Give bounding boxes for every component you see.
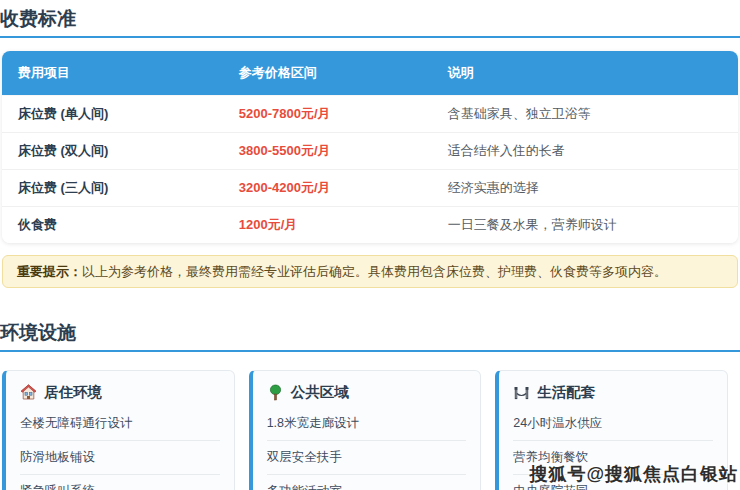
fees-section-divider	[0, 36, 740, 38]
house-icon	[20, 384, 37, 401]
important-notice-label: 重要提示：	[17, 264, 82, 279]
bridge-icon	[513, 384, 530, 401]
fee-price: 5200-7800元/月	[223, 95, 432, 132]
fee-note: 适合结伴入住的长者	[432, 132, 738, 169]
fee-item: 床位费 (双人间)	[2, 132, 223, 169]
facility-card-title-text: 公共区域	[291, 383, 349, 402]
fee-note: 含基础家具、独立卫浴等	[432, 95, 738, 132]
fee-table-row: 伙食费 1200元/月 一日三餐及水果，营养师设计	[2, 206, 738, 243]
fee-table-header-row: 费用项目 参考价格区间 说明	[2, 51, 738, 96]
tree-icon	[267, 384, 284, 401]
fee-item: 床位费 (单人间)	[2, 95, 223, 132]
fee-item: 伙食费	[2, 206, 223, 243]
facility-card-title: 公共区域	[267, 383, 467, 407]
fee-table-header-price: 参考价格区间	[223, 51, 432, 96]
facility-card-title: 生活配套	[513, 383, 713, 407]
facility-card-title-text: 居住环境	[44, 383, 102, 402]
page: 收费标准 费用项目 参考价格区间 说明 床位费 (单人间) 5200-7800元…	[0, 0, 740, 490]
fee-table: 费用项目 参考价格区间 说明 床位费 (单人间) 5200-7800元/月 含基…	[2, 51, 738, 243]
fee-note: 经济实惠的选择	[432, 169, 738, 206]
facility-item: 双层安全扶手	[267, 440, 467, 474]
fee-table-header-item: 费用项目	[2, 51, 223, 96]
fee-item: 床位费 (三人间)	[2, 169, 223, 206]
facilities-section-divider	[0, 350, 740, 352]
sohu-watermark: 搜狐号@搜狐焦点白银站	[529, 462, 738, 486]
fee-price: 3800-5500元/月	[223, 132, 432, 169]
fee-note: 一日三餐及水果，营养师设计	[432, 206, 738, 243]
fee-price: 1200元/月	[223, 206, 432, 243]
facility-card-public: 公共区域 1.8米宽走廊设计 双层安全扶手 多功能活动室 阅览室和康复训练室	[249, 370, 482, 490]
facility-card-living: 居住环境 全楼无障碍通行设计 防滑地板铺设 紧急呼叫系统 充足自然采光	[2, 370, 235, 490]
fee-table-row: 床位费 (单人间) 5200-7800元/月 含基础家具、独立卫浴等	[2, 95, 738, 132]
fees-section-title: 收费标准	[0, 0, 740, 36]
facility-item: 1.8米宽走廊设计	[267, 407, 467, 440]
facility-list: 全楼无障碍通行设计 防滑地板铺设 紧急呼叫系统 充足自然采光	[20, 407, 220, 490]
facility-item: 紧急呼叫系统	[20, 474, 220, 490]
fee-price: 3200-4200元/月	[223, 169, 432, 206]
facility-card-title: 居住环境	[20, 383, 220, 407]
important-notice-text: 以上为参考价格，最终费用需经专业评估后确定。具体费用包含床位费、护理费、伙食费等…	[82, 264, 667, 279]
fee-table-header-note: 说明	[432, 51, 738, 96]
facility-item: 防滑地板铺设	[20, 440, 220, 474]
fee-table-row: 床位费 (三人间) 3200-4200元/月 经济实惠的选择	[2, 169, 738, 206]
facility-item: 全楼无障碍通行设计	[20, 407, 220, 440]
facility-item: 多功能活动室	[267, 474, 467, 490]
facility-list: 1.8米宽走廊设计 双层安全扶手 多功能活动室 阅览室和康复训练室	[267, 407, 467, 490]
facilities-section-title: 环境设施	[0, 314, 740, 350]
facility-card-title-text: 生活配套	[537, 383, 595, 402]
facility-item: 24小时温水供应	[513, 407, 713, 440]
fee-table-row: 床位费 (双人间) 3800-5500元/月 适合结伴入住的长者	[2, 132, 738, 169]
important-notice: 重要提示：以上为参考价格，最终费用需经专业评估后确定。具体费用包含床位费、护理费…	[2, 255, 738, 289]
